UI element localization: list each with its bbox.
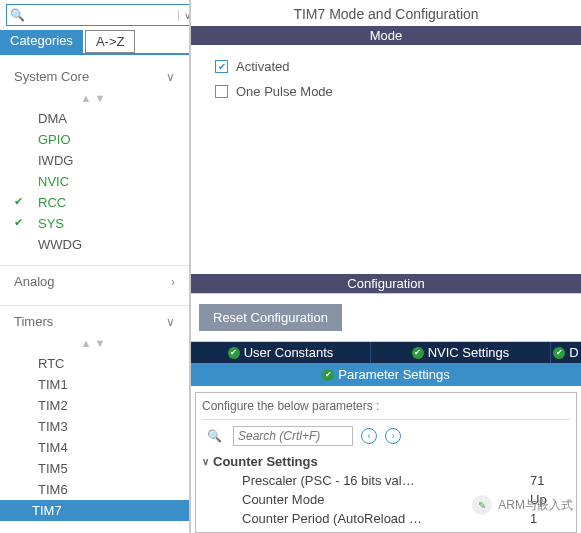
category-system-core[interactable]: System Core ∨ [0,61,189,90]
tree: System Core ∨ ▲▼ DMA GPIO IWDG NVIC ✔RCC… [0,55,189,533]
item-dma[interactable]: DMA [32,108,189,129]
param-search-input[interactable] [233,426,353,446]
next-icon[interactable]: › [385,428,401,444]
main-panel: TIM7 Mode and Configuration Mode ✔ Activ… [191,0,581,533]
checkbox-label: One Pulse Mode [236,84,333,99]
spacer [191,119,581,274]
tab-user-constants[interactable]: ✔User Constants [191,342,371,363]
check-icon: ✔ [14,216,23,229]
item-tim3[interactable]: TIM3 [32,416,189,437]
prev-icon[interactable]: ‹ [361,428,377,444]
chevron-right-icon: › [171,275,175,289]
sidebar-tabs: Categories A->Z [0,30,189,53]
item-rtc[interactable]: RTC [32,353,189,374]
item-gpio[interactable]: GPIO [32,129,189,150]
search-wrapper: 🔍 ∨ [6,4,191,26]
category-analog[interactable]: Analog › [0,265,189,295]
checkbox-label: Activated [236,59,289,74]
wechat-icon: ✎ [472,495,492,515]
reset-wrap: Reset Configuration [191,293,581,342]
search-icon: 🔍 [204,429,225,443]
timers-items: RTC TIM1 TIM2 TIM3 TIM4 TIM5 TIM6 ✔TIM7 [0,353,189,521]
config-tabs-top: ✔User Constants ✔NVIC Settings ✔D [191,342,581,363]
item-rcc[interactable]: ✔RCC [32,192,189,213]
sidebar-top: 🔍 ∨ ⚙ [0,0,189,28]
sort-icon[interactable]: ▲▼ [0,335,189,353]
ok-icon: ✔ [553,347,565,359]
chevron-down-icon: ∨ [166,315,175,329]
tab-az[interactable]: A->Z [85,30,136,53]
system-core-items: DMA GPIO IWDG NVIC ✔RCC ✔SYS WWDG [0,108,189,255]
page-title: TIM7 Mode and Configuration [191,0,581,26]
watermark: ✎ ARM与嵌入式 [472,495,573,515]
reset-configuration-button[interactable]: Reset Configuration [199,304,342,331]
checkbox-icon [215,85,228,98]
item-tim4[interactable]: TIM4 [32,437,189,458]
category-label: Timers [14,314,53,329]
check-icon: ✔ [14,195,23,208]
search-icon: 🔍 [7,8,28,22]
search-input[interactable] [28,6,178,24]
checkbox-icon: ✔ [215,60,228,73]
mode-header: Mode [191,26,581,45]
category-label: System Core [14,69,89,84]
tab-parameter-settings[interactable]: ✔Parameter Settings [191,363,581,386]
chevron-down-icon[interactable]: ∨ [178,10,191,21]
sidebar: 🔍 ∨ ⚙ Categories A->Z System Core ∨ ▲▼ D… [0,0,191,533]
item-sys[interactable]: ✔SYS [32,213,189,234]
item-tim7[interactable]: ✔TIM7 [0,500,189,521]
ok-icon: ✔ [412,347,424,359]
item-iwdg[interactable]: IWDG [32,150,189,171]
collapse-icon: ∨ [202,456,209,467]
checkbox-one-pulse[interactable]: One Pulse Mode [215,84,571,99]
item-wwdg[interactable]: WWDG [32,234,189,255]
category-label: Analog [14,274,54,289]
item-tim2[interactable]: TIM2 [32,395,189,416]
mode-body: ✔ Activated One Pulse Mode [191,45,581,119]
ok-icon: ✔ [322,369,334,381]
category-timers[interactable]: Timers ∨ [0,305,189,335]
group-counter-settings[interactable]: ∨ Counter Settings [202,452,570,471]
item-tim5[interactable]: TIM5 [32,458,189,479]
sort-icon[interactable]: ▲▼ [0,90,189,108]
ok-icon: ✔ [228,347,240,359]
checkbox-activated[interactable]: ✔ Activated [215,59,571,74]
configure-label: Configure the below parameters : [202,397,570,420]
param-search-row: 🔍 ‹ › [202,420,570,452]
chevron-down-icon: ∨ [166,70,175,84]
param-prescaler[interactable]: Prescaler (PSC - 16 bits val… 71 [202,471,570,490]
tab-categories[interactable]: Categories [0,30,83,53]
item-tim6[interactable]: TIM6 [32,479,189,500]
item-nvic[interactable]: NVIC [32,171,189,192]
item-tim1[interactable]: TIM1 [32,374,189,395]
tab-dma-settings[interactable]: ✔D [551,342,581,363]
configuration-header: Configuration [191,274,581,293]
tab-nvic-settings[interactable]: ✔NVIC Settings [371,342,551,363]
